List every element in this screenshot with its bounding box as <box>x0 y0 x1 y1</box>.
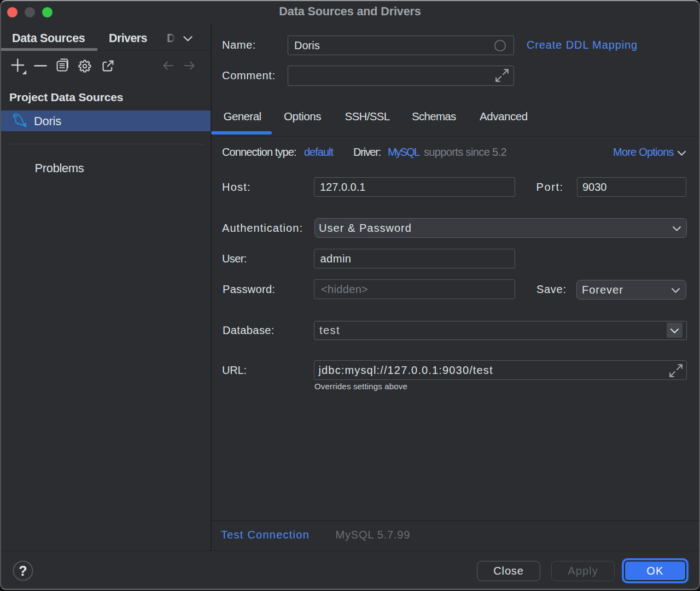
svg-text:?: ? <box>19 563 27 578</box>
